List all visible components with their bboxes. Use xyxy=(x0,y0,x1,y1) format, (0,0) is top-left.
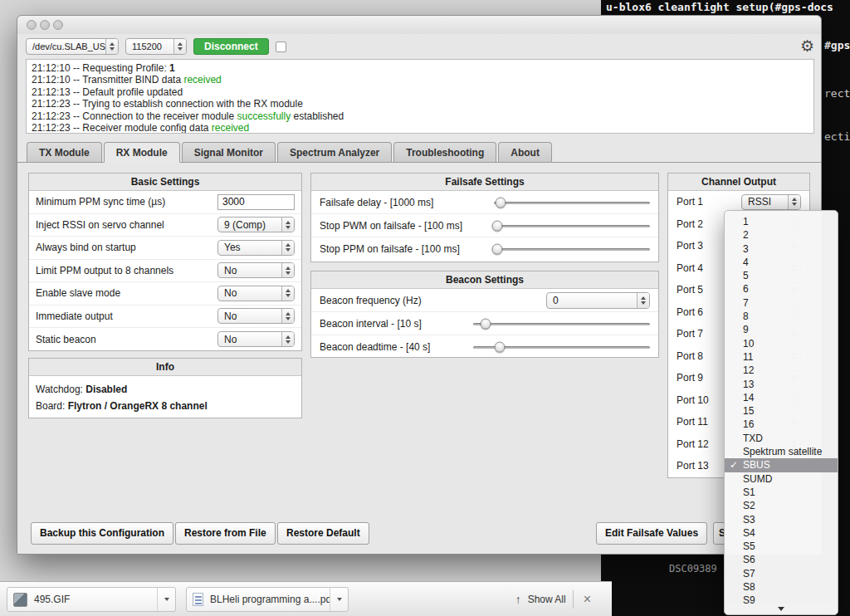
setting-select[interactable]: No xyxy=(217,331,295,347)
slider[interactable] xyxy=(494,242,650,256)
setting-select[interactable]: 9 (Comp) xyxy=(217,217,295,232)
slider[interactable] xyxy=(473,317,650,330)
port-label: Port 3 xyxy=(677,240,703,252)
download-caret-icon[interactable] xyxy=(330,588,348,611)
tab[interactable]: Spectrum Analyzer xyxy=(277,142,392,162)
menu-item[interactable]: ✓ 12 xyxy=(725,364,838,377)
menu-item[interactable]: ✓ 7 xyxy=(725,296,838,310)
info-value: Flytron / OrangeRX 8 channel xyxy=(68,400,208,412)
backup-configuration-button[interactable]: Backup this Configuration xyxy=(31,522,173,545)
menu-item[interactable]: ✓ 6 xyxy=(725,282,838,296)
menu-item[interactable]: ✓ S1 xyxy=(725,486,838,499)
tab[interactable]: RX Module xyxy=(104,142,180,163)
tab[interactable]: Troubleshooting xyxy=(393,142,496,162)
port-label: Port 6 xyxy=(677,306,703,318)
menu-item[interactable]: ✓ 9 xyxy=(725,323,838,336)
setting-select-value: No xyxy=(218,287,281,299)
menu-item-label: 10 xyxy=(743,338,754,350)
slider-thumb[interactable] xyxy=(495,197,506,208)
menu-item[interactable]: ✓ S3 xyxy=(725,513,838,526)
download-item[interactable]: BLHeli programming a....pdf xyxy=(186,587,349,612)
menu-item[interactable]: ✓ S8 xyxy=(725,580,838,594)
slider-row: Stop PWM on failsafe - [100 ms] xyxy=(311,214,658,237)
menu-item[interactable]: ✓ 1 xyxy=(725,215,838,228)
log-line: 21:12:23 -- Receiver module config data … xyxy=(32,122,808,134)
menu-item[interactable]: ✓ S6 xyxy=(725,553,838,566)
menu-item[interactable]: ✓ S7 xyxy=(725,567,838,580)
menu-item[interactable]: ✓ 4 xyxy=(725,256,838,269)
slider-track[interactable] xyxy=(473,323,650,325)
menu-item[interactable]: ✓ 16 xyxy=(725,418,838,431)
port-select[interactable]: RSSI xyxy=(741,194,801,210)
slider[interactable] xyxy=(473,340,650,354)
info-label: Board: xyxy=(36,400,68,412)
port-output-menu: ✓ 1 ✓ 2 ✓ 3 ✓ 4 ✓ 5 ✓ 6 ✓ 7 ✓ 8 ✓ 9 ✓ 10… xyxy=(724,210,838,615)
disconnect-button[interactable]: Disconnect xyxy=(193,38,269,55)
baud-rate-select[interactable]: 115200 xyxy=(125,38,187,55)
menu-scroll-down[interactable] xyxy=(725,604,838,614)
menu-item[interactable]: ✓ 5 xyxy=(725,269,838,282)
menu-item[interactable]: ✓ SUMD xyxy=(725,472,838,486)
setting-select[interactable]: No xyxy=(217,262,295,278)
toolbar-checkbox[interactable] xyxy=(276,42,286,52)
download-item[interactable]: 495.GIF xyxy=(7,587,176,612)
menu-item[interactable]: ✓ 11 xyxy=(725,350,838,364)
show-all-button[interactable]: Show All xyxy=(528,594,566,605)
close-button[interactable] xyxy=(27,20,37,30)
menu-item[interactable]: ✓ Spektrum satellite xyxy=(725,445,838,458)
minimize-button[interactable] xyxy=(40,20,50,30)
tab[interactable]: Signal Monitor xyxy=(182,142,276,162)
slider[interactable] xyxy=(494,196,650,209)
stepper-arrows-icon xyxy=(173,39,186,54)
slider-track[interactable] xyxy=(494,202,650,204)
setting-label: Static beacon xyxy=(36,334,96,345)
menu-item-label: 7 xyxy=(743,297,749,309)
setting-select-value: No xyxy=(218,265,281,276)
restore-from-file-button[interactable]: Restore from File xyxy=(175,522,276,545)
log-output: 21:12:10 -- Requesting Profile: 1 21:12:… xyxy=(26,59,814,134)
setting-select[interactable]: No xyxy=(217,308,295,324)
download-caret-icon[interactable] xyxy=(157,588,175,611)
menu-item-label: 4 xyxy=(743,257,749,268)
edit-failsafe-values-button[interactable]: Edit Failsafe Values xyxy=(596,522,707,545)
menu-item[interactable]: ✓ 8 xyxy=(725,310,838,323)
menu-item[interactable]: ✓ 14 xyxy=(725,391,838,404)
menu-item[interactable]: ✓ 13 xyxy=(725,378,838,391)
menu-item[interactable]: ✓ S2 xyxy=(725,499,838,512)
log-line: 21:12:23 -- Connection to the receiver m… xyxy=(32,110,808,122)
menu-item[interactable]: ✓ S5 xyxy=(725,540,838,553)
slider-track[interactable] xyxy=(494,225,650,227)
menu-item[interactable]: ✓ 10 xyxy=(725,337,838,350)
slider-row: Beacon deadtime - [40 s] xyxy=(311,335,658,359)
settings-row: Inject RSSI on servo channel 9 (Comp) xyxy=(29,214,301,237)
zoom-button[interactable] xyxy=(53,20,63,30)
tab[interactable]: About xyxy=(498,142,552,162)
beacon-frequency-select[interactable]: 0 xyxy=(546,292,650,309)
menu-item[interactable]: ✓ 2 xyxy=(725,228,838,242)
menu-item[interactable]: ✓ SBUS xyxy=(725,458,838,472)
slider[interactable] xyxy=(494,219,650,232)
slider-thumb[interactable] xyxy=(491,220,502,231)
setting-input[interactable] xyxy=(217,194,295,210)
panel-title: Beacon Settings xyxy=(311,271,658,289)
restore-default-button[interactable]: Restore Default xyxy=(277,522,369,545)
close-downloads-bar-icon[interactable]: × xyxy=(580,592,594,607)
menu-item-label: SUMD xyxy=(743,473,772,485)
setting-select[interactable]: Yes xyxy=(217,240,295,256)
tab[interactable]: TX Module xyxy=(27,142,102,162)
menu-item[interactable]: ✓ 15 xyxy=(725,404,838,418)
slider-track[interactable] xyxy=(494,248,650,251)
setting-select[interactable]: No xyxy=(217,286,295,301)
settings-row: Enable slave mode No xyxy=(29,282,301,306)
slider-thumb[interactable] xyxy=(480,318,491,329)
menu-item-label: S4 xyxy=(743,527,755,539)
slider-thumb[interactable] xyxy=(494,342,505,353)
gear-icon[interactable]: ⚙ xyxy=(800,38,814,55)
menu-item-label: S2 xyxy=(743,500,755,511)
slider-thumb[interactable] xyxy=(491,244,502,255)
menu-item[interactable]: ✓ S4 xyxy=(725,526,838,540)
menu-item[interactable]: ✓ TXD xyxy=(725,432,838,445)
serial-port-select[interactable]: /dev/cu.SLAB_US xyxy=(26,38,119,55)
menu-item[interactable]: ✓ 3 xyxy=(725,242,838,256)
menu-item-label: S8 xyxy=(743,581,755,593)
